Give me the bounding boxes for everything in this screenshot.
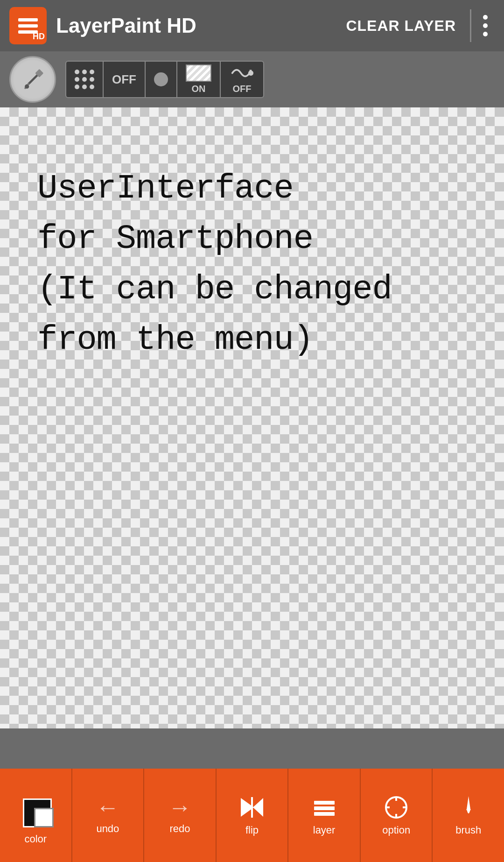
clear-layer-button[interactable]: CLEAR LAYER: [336, 13, 465, 39]
svg-rect-11: [314, 812, 335, 816]
app-header: HD LayerPaint HD CLEAR LAYER: [0, 0, 504, 51]
layer-preview-icon: [186, 64, 211, 82]
white-swatch: [34, 808, 54, 827]
redo-label: redo: [169, 823, 190, 835]
svg-marker-7: [253, 798, 263, 817]
squiggle-icon: [229, 64, 255, 82]
brush-label: brush: [455, 824, 481, 836]
off-label-2: OFF: [233, 84, 252, 94]
menu-dots-button[interactable]: [476, 10, 495, 41]
brush-button[interactable]: brush: [433, 769, 504, 862]
circle-icon: [154, 72, 168, 86]
toggle-layer-on[interactable]: ON: [177, 62, 221, 97]
option-label: option: [382, 824, 410, 836]
svg-point-4: [248, 71, 253, 76]
dots-toggle[interactable]: [66, 62, 104, 97]
canvas-line-2: for Smartphone: [37, 214, 392, 264]
canvas-line-3: (It can be changed: [37, 264, 392, 315]
color-swatch-area: [14, 785, 56, 827]
color-button[interactable]: color: [0, 769, 72, 862]
brush-icon: [455, 794, 482, 820]
flip-icon: [239, 794, 265, 820]
layer-button[interactable]: layer: [288, 769, 361, 862]
layer-label: layer: [313, 824, 336, 836]
flip-button[interactable]: flip: [217, 769, 289, 862]
toggle-circle[interactable]: [146, 62, 177, 97]
toolbar-strip: OFF ON OFF: [0, 51, 504, 107]
option-icon: [383, 794, 409, 820]
redo-icon: →: [168, 796, 191, 819]
svg-rect-9: [314, 801, 335, 805]
off-label-1: OFF: [112, 72, 136, 87]
canvas-line-1: UserInterface: [37, 163, 392, 214]
on-label: ON: [192, 84, 206, 94]
eyedropper-button[interactable]: [9, 56, 56, 103]
undo-label: undo: [96, 823, 119, 835]
dots-grid-icon: [75, 70, 94, 89]
canvas-area[interactable]: UserInterface for Smartphone (It can be …: [0, 107, 504, 728]
toggle-squiggle-off[interactable]: OFF: [221, 62, 263, 97]
undo-icon: ←: [96, 796, 119, 819]
option-button[interactable]: option: [361, 769, 433, 862]
canvas-line-4: from the menu): [37, 315, 392, 365]
menu-dot: [483, 15, 488, 20]
canvas-text: UserInterface for Smartphone (It can be …: [37, 163, 392, 365]
redo-button[interactable]: → redo: [144, 769, 217, 862]
layer-icon: [311, 794, 337, 820]
app-logo: HD: [9, 7, 47, 44]
app-title: LayerPaint HD: [56, 14, 336, 37]
eyedropper-icon: [20, 67, 46, 92]
menu-dot: [483, 23, 488, 28]
svg-rect-10: [314, 806, 335, 810]
toggle-bar: OFF ON OFF: [65, 61, 264, 98]
svg-point-3: [25, 84, 29, 88]
color-label: color: [24, 833, 47, 845]
undo-button[interactable]: ← undo: [72, 769, 145, 862]
menu-dot: [483, 32, 488, 36]
toggle-off-1[interactable]: OFF: [104, 62, 146, 97]
header-divider: [470, 9, 471, 42]
logo-label: HD: [33, 32, 45, 42]
bottom-toolbar: color ← undo → redo flip layer: [0, 769, 504, 862]
flip-label: flip: [245, 824, 259, 836]
